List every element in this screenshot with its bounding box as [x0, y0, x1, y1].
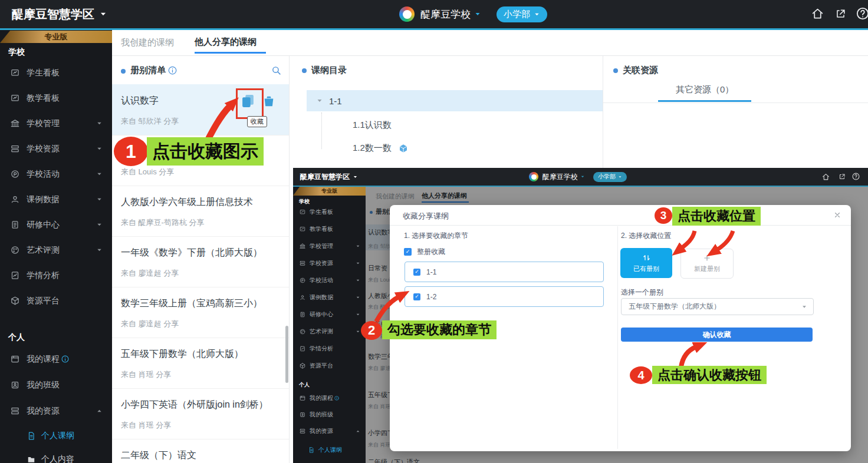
book-select-dropdown[interactable]: 五年级下册数学（北师大版）: [621, 298, 814, 315]
file-icon: [308, 447, 314, 453]
book-from: 来自 醍摩豆-苟路杭 分享: [121, 217, 205, 228]
list-divider: [112, 388, 289, 389]
book-from: 来自 Louis 分享: [121, 167, 174, 177]
sidebar-item-school-resources[interactable]: 学校资源: [0, 136, 112, 161]
sidebar-item-student-board[interactable]: 学生看板: [0, 60, 112, 85]
chevron-down-icon: [534, 11, 540, 18]
mini-sidebar-item: 教学看板: [293, 221, 366, 237]
sidebar-item-school-activities[interactable]: 学校活动: [0, 161, 112, 187]
palette-icon: [300, 329, 305, 335]
book-item[interactable]: 五年级下册数学（北师大版） 来自 肖瑶 分享: [112, 338, 289, 388]
annotation-step-1-label: 点击收藏图示: [147, 137, 264, 166]
home-icon[interactable]: [811, 8, 824, 20]
outline-section-row[interactable]: 1.1认识数: [353, 120, 392, 131]
annotation-step-4-badge: 4: [630, 366, 652, 384]
chevron-down-icon: [618, 175, 622, 179]
book-item[interactable]: 人教版小学六年级上册信息技术 来自 醍摩豆-苟路杭 分享: [112, 186, 289, 236]
stack-icon: [11, 406, 19, 415]
list-divider: [112, 135, 289, 135]
mini-sidebar-item: 学情分析: [293, 340, 366, 357]
sidebar-item-teaching-board[interactable]: 教学看板: [0, 85, 112, 111]
checkbox-checked[interactable]: [404, 248, 412, 256]
sidebar-item-my-classes[interactable]: 我的班级: [0, 372, 112, 398]
home-icon: [822, 173, 830, 181]
navbar-accent-line: [0, 28, 868, 30]
annotation-step-3-badge: 3: [655, 207, 672, 224]
tab-my-created-outlines[interactable]: 我创建的课纲: [121, 37, 174, 48]
book-item[interactable]: 二年级（下）语文: [112, 439, 289, 463]
mini-sidebar-item: 学校管理: [293, 238, 366, 254]
list-divider: [112, 439, 289, 439]
chevron-down-icon: [356, 329, 360, 334]
outline-section-row[interactable]: 1.2数一数: [353, 143, 408, 154]
board-icon: [300, 226, 305, 232]
select-all-checkbox-row[interactable]: 整册收藏: [404, 247, 445, 257]
division-selector[interactable]: 小学部: [497, 6, 547, 22]
folder-icon: [27, 455, 35, 463]
sidebar-item-personal-content[interactable]: 个人内容: [0, 448, 112, 463]
district-name: 醍摩豆智慧学区: [12, 6, 94, 22]
sidebar-item-personal-outline[interactable]: 个人课纲: [0, 424, 112, 448]
cube-outline-icon: [300, 363, 305, 369]
annotation-highlight-box: [236, 88, 264, 119]
book-item[interactable]: 小学四下英语（外研版join in剑桥） 来自 肖瑶 分享: [112, 388, 289, 439]
chevron-down-icon: [96, 171, 103, 177]
tab-shared-outlines[interactable]: 他人分享的课纲: [195, 37, 257, 48]
chapter-row-1-1[interactable]: 1-1: [405, 262, 604, 282]
tutorial-screenshot: 醍摩豆智慧学区 醍摩豆学校 小学部 专业版 学校 学生看板 教学看板 学校管理 …: [293, 168, 868, 463]
modal-column-divider: [617, 226, 618, 449]
sidebar-item-my-courses[interactable]: 我的课程: [0, 346, 112, 372]
mini-sidebar: 专业版 学校 学生看板 教学看板 学校管理 学校资源 学校活动 课例数据 研修中…: [293, 187, 366, 463]
sidebar-item-training-center[interactable]: 研修中心: [0, 212, 112, 237]
info-icon[interactable]: [168, 66, 177, 75]
tab-other-resources[interactable]: 其它资源（0）: [676, 84, 734, 95]
checkbox-checked[interactable]: [413, 293, 420, 300]
stack-icon: [11, 144, 19, 153]
chevron-down-icon: [580, 174, 585, 179]
district-switcher[interactable]: 醍摩豆智慧学区: [12, 6, 107, 22]
delete-icon[interactable]: [262, 95, 275, 108]
checkbox-checked[interactable]: [413, 269, 420, 276]
chevron-down-icon: [96, 196, 103, 203]
chevron-down-icon: [99, 10, 107, 18]
existing-book-label: 已有册别: [633, 264, 659, 273]
resources-tab-border: [603, 102, 868, 103]
sidebar-item-learning-analysis[interactable]: 学情分析: [0, 263, 112, 288]
sidebar-item-school-admin[interactable]: 学校管理: [0, 111, 112, 136]
edition-badge: 专业版: [0, 31, 112, 43]
mini-edition-badge: 专业版: [293, 187, 366, 196]
sidebar-item-resource-platform[interactable]: 资源平台: [0, 288, 112, 313]
sidebar-item-my-resources[interactable]: 我的资源: [0, 398, 112, 424]
course-icon: [300, 395, 305, 401]
section-label: 1.2数一数: [353, 143, 392, 154]
modal-header-border: [390, 225, 851, 226]
tabs-bottom-border: [112, 55, 868, 56]
mini-sidebar-item: 学生看板: [293, 204, 366, 220]
mini-section-label-personal: 个人: [299, 381, 310, 389]
confirm-collect-button[interactable]: 确认收藏: [621, 328, 813, 342]
open-external-icon[interactable]: [835, 8, 846, 19]
existing-book-card[interactable]: 已有册别: [620, 248, 672, 278]
info-icon: [61, 355, 69, 363]
modal-title: 收藏分享课纲: [403, 211, 449, 221]
book-item[interactable]: 数学三年级上册（宝鸡高新三小） 来自 廖達超 分享: [112, 287, 289, 338]
book-item[interactable]: 一年级《数学》下册（北师大版） 来自 廖達超 分享: [112, 236, 289, 287]
school-logo: [399, 6, 415, 22]
section-label-school: 学校: [8, 47, 25, 58]
top-navbar: 醍摩豆智慧学区 醍摩豆学校 小学部: [0, 0, 868, 28]
search-icon[interactable]: [271, 65, 281, 75]
help-icon[interactable]: [856, 7, 868, 20]
sidebar-item-lesson-data[interactable]: 课例数据: [0, 187, 112, 212]
new-book-label: 新建册别: [694, 264, 720, 273]
chevron-up-icon: [356, 429, 360, 434]
sidebar-item-art-assessment[interactable]: 艺术评测: [0, 237, 112, 263]
mini-top-navbar: 醍摩豆智慧学区 醍摩豆学校 小学部: [293, 168, 868, 186]
chapter-row-1-2[interactable]: 1-2: [405, 286, 604, 307]
panel-divider: [289, 56, 290, 463]
new-book-card[interactable]: 新建册别: [680, 249, 734, 279]
chevron-up-icon: [96, 408, 103, 414]
outline-chapter-row[interactable]: 1-1: [307, 90, 603, 111]
school-switcher[interactable]: 醍摩豆学校: [399, 6, 481, 22]
scrollbar-thumb[interactable]: [285, 326, 288, 383]
close-icon[interactable]: [833, 211, 841, 219]
